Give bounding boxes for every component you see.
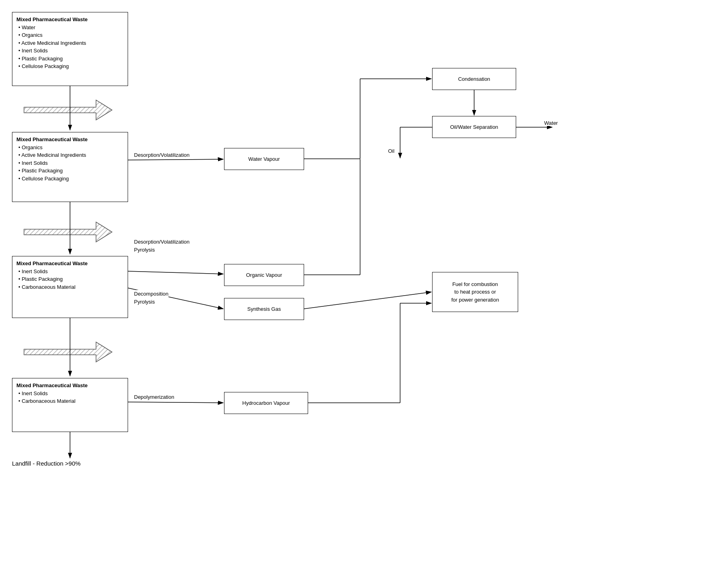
waste3-item-3: Carbonaceous Material xyxy=(18,283,124,291)
organic-vapour-box: Organic Vapour xyxy=(224,264,304,286)
condensation-box: Condensation xyxy=(432,68,516,90)
desorption2-line2: Pyrolysis xyxy=(134,246,190,254)
waste2-item-2: Active Medicinal Ingredients xyxy=(18,151,124,159)
hydrocarbon-vapour-box: Hydrocarbon Vapour xyxy=(224,392,308,414)
waste2-item-3: Inert Solids xyxy=(18,159,124,167)
decomposition-line1: Decomposition xyxy=(134,290,168,298)
waste2-item-4: Plastic Packaging xyxy=(18,167,124,175)
waste3-item-2: Plastic Packaging xyxy=(18,275,124,283)
waste-box-1: Mixed Pharmaceutical Waste Water Organic… xyxy=(12,12,128,86)
landfill-label: Landfill - Reduction >90% xyxy=(12,460,80,467)
svg-line-11 xyxy=(128,271,223,274)
waste1-item-3: Active Medicinal Ingredients xyxy=(18,39,124,47)
fuel-combustion-label: Fuel for combustion to heat process or f… xyxy=(451,280,499,304)
oil-water-sep-box: Oil/Water Separation xyxy=(432,116,516,138)
condensation-label: Condensation xyxy=(458,75,490,83)
waste4-item-1: Inert Solids xyxy=(18,390,124,398)
waste3-list: Inert Solids Plastic Packaging Carbonace… xyxy=(16,268,124,291)
waste2-item-5: Cellulose Packaging xyxy=(18,175,124,183)
waste-box-3: Mixed Pharmaceutical Waste Inert Solids … xyxy=(12,256,128,318)
decomposition-label: Decomposition Pyrolysis xyxy=(134,290,168,306)
svg-marker-4 xyxy=(24,222,112,242)
waste2-item-1: Organics xyxy=(18,144,124,152)
waste4-title: Mixed Pharmaceutical Waste xyxy=(16,382,88,388)
svg-marker-5 xyxy=(24,342,112,362)
desorption1-label: Desorption/Volatilization xyxy=(134,152,190,158)
synthesis-gas-label: Synthesis Gas xyxy=(247,305,281,313)
water-label: Water xyxy=(544,120,558,126)
oil-label: Oil xyxy=(388,148,395,154)
waste-box-2: Mixed Pharmaceutical Waste Organics Acti… xyxy=(12,132,128,202)
waste1-item-1: Water xyxy=(18,24,124,32)
waste2-title: Mixed Pharmaceutical Waste xyxy=(16,136,88,142)
diagram-container: Mixed Pharmaceutical Waste Water Organic… xyxy=(0,0,713,588)
synthesis-gas-box: Synthesis Gas xyxy=(224,298,304,320)
waste4-list: Inert Solids Carbonaceous Material xyxy=(16,390,124,405)
decomposition-line2: Pyrolysis xyxy=(134,298,168,306)
svg-line-19 xyxy=(304,292,431,309)
waste2-list: Organics Active Medicinal Ingredients In… xyxy=(16,144,124,183)
waste-box-4: Mixed Pharmaceutical Waste Inert Solids … xyxy=(12,378,128,432)
depolymerization-label: Depolymerization xyxy=(134,394,174,400)
waste1-title: Mixed Pharmaceutical Waste xyxy=(16,16,88,22)
water-vapour-label: Water Vapour xyxy=(248,155,280,163)
desorption2-line1: Desorption/Volatilization xyxy=(134,238,190,246)
svg-marker-3 xyxy=(24,100,112,120)
water-vapour-box: Water Vapour xyxy=(224,148,304,170)
hydrocarbon-vapour-label: Hydrocarbon Vapour xyxy=(242,399,290,407)
waste1-item-5: Plastic Packaging xyxy=(18,55,124,63)
waste1-item-6: Cellulose Packaging xyxy=(18,62,124,70)
desorption2-label: Desorption/Volatilization Pyrolysis xyxy=(134,238,190,254)
oil-water-sep-label: Oil/Water Separation xyxy=(450,123,498,131)
svg-line-10 xyxy=(128,159,223,160)
svg-line-13 xyxy=(128,402,223,403)
waste1-list: Water Organics Active Medicinal Ingredie… xyxy=(16,24,124,70)
organic-vapour-label: Organic Vapour xyxy=(246,271,282,279)
waste4-item-2: Carbonaceous Material xyxy=(18,397,124,405)
waste3-item-1: Inert Solids xyxy=(18,268,124,276)
waste1-item-2: Organics xyxy=(18,31,124,39)
waste1-item-4: Inert Solids xyxy=(18,47,124,55)
waste3-title: Mixed Pharmaceutical Waste xyxy=(16,260,88,266)
fuel-combustion-box: Fuel for combustion to heat process or f… xyxy=(432,272,518,312)
